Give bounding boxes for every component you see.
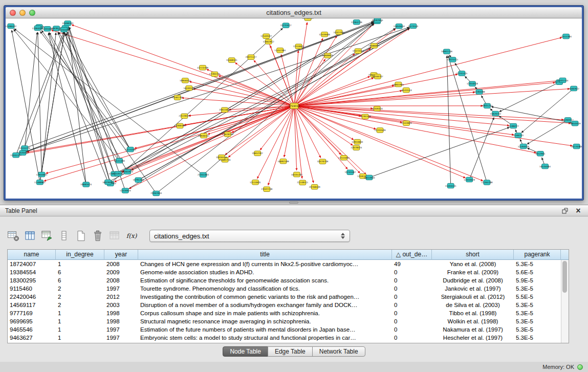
graph-node-label: 11452384: [274, 49, 286, 52]
graph-node-label: 15850650: [394, 25, 405, 28]
graph-node-label: 15041107: [10, 154, 21, 157]
network-file-select[interactable]: citations_edges.txt: [149, 230, 350, 242]
table-cell: Jankovic et al. (1997): [432, 285, 514, 293]
network-canvas[interactable]: 1334932021791558115438441220350913910840…: [6, 18, 582, 199]
tab-edge-table[interactable]: Edge Table: [268, 346, 313, 357]
row-tools-icon[interactable]: [58, 230, 70, 242]
table-panel-title: Table Panel: [5, 207, 37, 214]
column-header-in_degree[interactable]: in_degree: [56, 250, 104, 260]
network-view-window: citations_edges.txt 13349320217915581154…: [4, 5, 584, 201]
table-cell: Disruption of a novel member of a sodium…: [138, 301, 392, 309]
table-cell: 49: [392, 260, 432, 268]
table-cell: 1: [56, 260, 104, 268]
graph-node-label: 16534084: [539, 165, 551, 168]
graph-node-label: 12516645: [293, 45, 304, 48]
column-header-pagerank[interactable]: pagerank: [514, 250, 561, 260]
table-row[interactable]: 946554611997Estimation of the future num…: [8, 325, 569, 334]
table-cell: 0: [392, 309, 432, 317]
window-titlebar[interactable]: citations_edges.txt: [6, 7, 582, 18]
table-cell: Franke et al. (2009): [432, 268, 514, 276]
graph-node-label: 13910840: [352, 141, 363, 143]
graph-node-label: 13662812: [263, 40, 274, 43]
graph-node-label: 13366586: [175, 124, 186, 127]
table-cell: 5.3E-5: [514, 334, 561, 342]
graph-node-label: 15829702: [490, 113, 501, 115]
table-cell: 0: [392, 276, 432, 285]
table-body: 1872400712008Changes of HCN gene express…: [8, 260, 569, 343]
graph-node-label: 13110631: [250, 181, 261, 184]
node-table: namein_degreeyeartitle△ out_de…shortpage…: [7, 249, 569, 343]
table-cell: Investigating the contribution of common…: [138, 293, 392, 301]
column-header-out_de[interactable]: △ out_de…: [392, 250, 432, 260]
zoom-window-button[interactable]: [29, 10, 35, 16]
column-header-title[interactable]: title: [138, 250, 392, 260]
graph-node-label: 22241415: [456, 72, 467, 75]
table-cell: 0: [392, 268, 432, 276]
table-row[interactable]: 1938455462009Genome-wide association stu…: [8, 268, 569, 276]
graph-node-label: 17284275: [209, 73, 220, 75]
graph-node-label: 9452901: [535, 152, 545, 155]
table-row[interactable]: 977716911998Corpus callosum shape and si…: [8, 309, 569, 317]
close-panel-icon[interactable]: ×: [574, 207, 583, 215]
table-cell: Structural magnetic resonance image aver…: [138, 317, 392, 325]
memory-status-label: Memory: OK: [542, 364, 574, 370]
table-cell: 0: [392, 317, 432, 325]
table-cell: 19384554: [8, 268, 56, 276]
table-cell: 5.5E-5: [514, 293, 561, 301]
graph-node-label: 15404431: [445, 185, 456, 187]
table-cell: 0: [392, 301, 432, 309]
minimize-window-button[interactable]: [19, 10, 26, 16]
column-header-year[interactable]: year: [104, 250, 138, 260]
table-cell: 18300295: [8, 276, 56, 285]
combo-stepper-icon: [340, 233, 345, 239]
table-row[interactable]: 946362711997Embryonic stem cells: a mode…: [8, 334, 569, 342]
table-cell: 5.3E-5: [514, 317, 561, 325]
table-cell: 6: [56, 268, 104, 276]
graph-node-label: 12203509: [375, 129, 386, 132]
tab-network-table[interactable]: Network Table: [312, 346, 365, 357]
table-row[interactable]: 2242004622012Investigating the contribut…: [8, 293, 569, 301]
graph-node-label: 12450619: [464, 179, 475, 181]
graph-node-label: 18850059: [570, 122, 581, 125]
table-cell: 1: [56, 334, 104, 342]
table-cell: Changes of HCN gene expression and I(f) …: [138, 260, 392, 268]
table-cell: Stergiakouli et al. (2012): [432, 293, 514, 301]
table-scrollbar-thumb[interactable]: [562, 261, 567, 293]
table-cell: 2: [56, 285, 104, 293]
new-table-icon[interactable]: [75, 230, 87, 242]
panel-resize-handle[interactable]: [289, 202, 298, 204]
column-header-short[interactable]: short: [432, 250, 514, 260]
graph-node-label: 11488961: [34, 181, 46, 184]
graph-node-label: 10476706: [317, 160, 329, 163]
graph-node-label: 21791558: [360, 115, 371, 118]
graph-node-label: 16909929: [322, 54, 333, 57]
table-row[interactable]: 1456911722003Disruption of a novel membe…: [8, 301, 569, 309]
delete-column-icon[interactable]: [92, 230, 104, 242]
panel-divider[interactable]: [0, 201, 588, 205]
table-row[interactable]: 969969511998Structural magnetic resonanc…: [8, 317, 569, 325]
table-cell: 2003: [104, 301, 138, 309]
create-column-icon[interactable]: [41, 230, 53, 242]
close-window-button[interactable]: [10, 10, 16, 16]
tab-node-table[interactable]: Node Table: [223, 346, 268, 357]
table-cell: 1997: [104, 325, 138, 334]
graph-node-label: 22678074: [351, 146, 362, 149]
table-row[interactable]: 1872400712008Changes of HCN gene express…: [8, 260, 569, 268]
table-row[interactable]: 911546021997Tourette syndrome. Phenomeno…: [8, 285, 569, 293]
table-mode-icon[interactable]: [7, 230, 19, 242]
column-header-name[interactable]: name: [8, 250, 56, 260]
function-builder-icon[interactable]: f(x): [125, 230, 138, 242]
float-panel-icon[interactable]: [560, 207, 570, 215]
graph-node-label: 9573140: [408, 25, 418, 28]
table-cell: Estimation of significance thresholds fo…: [138, 276, 392, 285]
show-columns-icon[interactable]: [24, 230, 36, 242]
table-row[interactable]: 1830029562008Estimation of significance …: [8, 276, 569, 285]
graph-node-label: 12540507: [260, 35, 272, 37]
import-table-icon[interactable]: [108, 230, 121, 242]
graph-node-label: 16283017: [562, 119, 574, 121]
table-scrollbar[interactable]: [561, 260, 569, 343]
graph-node-label: 11496402: [6, 25, 17, 28]
graph-node-label: 18029094: [102, 181, 114, 184]
table-cell: 5.9E-5: [514, 276, 561, 285]
table-cell: 9463627: [8, 334, 56, 342]
